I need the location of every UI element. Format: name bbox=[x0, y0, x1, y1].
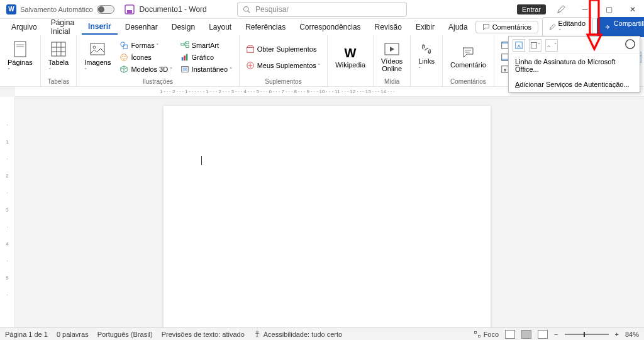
page-count[interactable]: Página 1 de 1 bbox=[5, 331, 48, 338]
vr: · bbox=[6, 224, 8, 230]
vr: 3 bbox=[6, 207, 8, 213]
links-button[interactable]: Links bbox=[416, 41, 437, 74]
tab-layout[interactable]: Layout bbox=[203, 20, 238, 34]
instantaneo-button[interactable]: Instantâneo bbox=[179, 64, 234, 74]
acc-label: Acessibilidade: tudo certo bbox=[264, 331, 342, 338]
tab-arquivo[interactable]: Arquivo bbox=[5, 20, 43, 34]
language[interactable]: Português (Brasil) bbox=[97, 331, 153, 338]
text-cursor bbox=[201, 156, 202, 165]
signature-line-option[interactable]: Linha de Assinatura do Microsoft Office.… bbox=[509, 54, 640, 77]
focus-mode[interactable]: Foco bbox=[474, 331, 499, 338]
smartart-icon bbox=[180, 41, 189, 50]
svg-rect-36 bbox=[502, 59, 509, 61]
svg-point-47 bbox=[626, 40, 635, 48]
text-predictions[interactable]: Previsões de texto: ativado bbox=[162, 331, 245, 338]
icones-button[interactable]: Ícones bbox=[118, 52, 174, 62]
wikipedia-button[interactable]: W Wikipedia bbox=[333, 45, 368, 70]
web-layout-icon[interactable] bbox=[538, 330, 548, 339]
foco-label: Foco bbox=[484, 331, 499, 338]
signin-button[interactable]: Entrar bbox=[517, 4, 546, 14]
tab-pagina-inicial[interactable]: Página Inicial bbox=[45, 16, 80, 38]
zoom-percent[interactable]: 84% bbox=[625, 331, 639, 338]
group-label-tabelas: Tabelas bbox=[46, 78, 71, 86]
svg-rect-7 bbox=[52, 42, 65, 56]
svg-rect-34 bbox=[502, 42, 509, 44]
vr: 5 bbox=[6, 275, 8, 281]
meus-suplementos-button[interactable]: Meus Suplementos bbox=[245, 60, 323, 71]
document-page[interactable] bbox=[164, 106, 491, 327]
group-label-suplementos: Suplementos bbox=[245, 78, 323, 86]
tab-desenhar[interactable]: Desenhar bbox=[119, 20, 164, 34]
tabela-button[interactable]: Tabela bbox=[46, 40, 71, 75]
editing-label: Editando bbox=[558, 20, 587, 35]
tabela-label: Tabela bbox=[48, 59, 69, 74]
cube-icon bbox=[119, 65, 128, 74]
link-icon bbox=[419, 42, 433, 56]
imagens-label: Imagens bbox=[84, 59, 111, 74]
videos-online-button[interactable]: Vídeos Online bbox=[379, 41, 405, 74]
tab-design[interactable]: Design bbox=[165, 20, 201, 34]
textbox-mini-icon[interactable]: A bbox=[513, 39, 525, 52]
smartart-button[interactable]: SmartArt bbox=[179, 40, 234, 50]
obter-suplementos-button[interactable]: Obter Suplementos bbox=[245, 44, 323, 54]
vr: 2 bbox=[6, 173, 8, 179]
pen-icon[interactable] bbox=[552, 1, 570, 18]
meus-label: Meus Suplementos bbox=[257, 62, 321, 69]
image-icon bbox=[89, 41, 106, 57]
tab-correspondencias[interactable]: Correspondências bbox=[293, 20, 367, 34]
tab-exibir[interactable]: Exibir bbox=[409, 20, 441, 34]
svg-rect-51 bbox=[478, 335, 480, 337]
annotation-arrow bbox=[585, 0, 604, 59]
modelos3d-button[interactable]: Modelos 3D bbox=[118, 64, 174, 74]
formas-button[interactable]: Formas bbox=[118, 40, 174, 50]
parts-mini-icon[interactable] bbox=[529, 39, 541, 52]
pencil-icon bbox=[549, 23, 556, 31]
save-icon[interactable] bbox=[125, 4, 135, 14]
autosave-toggle[interactable]: Salvamento Automático bbox=[20, 5, 114, 14]
comments-label: Comentários bbox=[492, 23, 531, 31]
zoom-plus[interactable]: + bbox=[615, 331, 619, 338]
title-bar: W Salvamento Automático Documento1 - Wor… bbox=[0, 0, 644, 19]
vertical-ruler[interactable]: · 1 · 2 · 3 · 4 · 5 · bbox=[0, 97, 15, 327]
zoom-slider[interactable] bbox=[565, 334, 609, 335]
svg-rect-48 bbox=[590, 0, 599, 35]
share-button[interactable]: Compartilhamento bbox=[597, 17, 644, 37]
signature-mini-icon[interactable] bbox=[545, 39, 558, 52]
links-label: Links bbox=[418, 57, 435, 72]
accessibility[interactable]: Acessibilidade: tudo certo bbox=[253, 331, 342, 338]
svg-rect-23 bbox=[184, 55, 186, 60]
tab-referencias[interactable]: Referências bbox=[239, 20, 292, 34]
vr: · bbox=[6, 122, 8, 128]
svg-rect-20 bbox=[186, 42, 188, 44]
print-layout-icon[interactable] bbox=[521, 330, 531, 339]
document-title: Documento1 - Word bbox=[140, 5, 207, 14]
svg-text:W: W bbox=[345, 46, 357, 60]
tab-ajuda[interactable]: Ajuda bbox=[442, 20, 474, 34]
read-mode-icon[interactable] bbox=[505, 330, 515, 339]
tab-revisao[interactable]: Revisão bbox=[369, 20, 408, 34]
word-count[interactable]: 0 palavras bbox=[57, 331, 89, 338]
auth-services-option[interactable]: Adicionar Serviços de Autenticação... bbox=[509, 77, 640, 92]
svg-rect-15 bbox=[124, 45, 128, 48]
search-input[interactable]: Pesquisar bbox=[237, 2, 407, 17]
comentario-button[interactable]: Comentário bbox=[448, 45, 489, 70]
paginas-button[interactable]: Páginas bbox=[5, 40, 35, 75]
chart-icon bbox=[180, 53, 189, 62]
tab-inserir[interactable]: Inserir bbox=[82, 20, 118, 35]
group-label bbox=[5, 78, 35, 86]
grafico-button[interactable]: Gráfico bbox=[179, 52, 234, 62]
toggle-icon[interactable] bbox=[97, 5, 114, 14]
comments-button[interactable]: Comentários bbox=[475, 21, 538, 33]
modelos3d-label: Modelos 3D bbox=[131, 65, 172, 73]
vr: · bbox=[6, 258, 8, 264]
vr: 4 bbox=[6, 241, 8, 247]
imagens-button[interactable]: Imagens bbox=[82, 40, 113, 75]
svg-point-49 bbox=[256, 331, 258, 332]
svg-rect-27 bbox=[247, 47, 253, 52]
zoom-minus[interactable]: − bbox=[554, 331, 558, 338]
svg-text:A: A bbox=[517, 43, 521, 48]
group-label bbox=[416, 78, 437, 86]
autosave-label: Salvamento Automático bbox=[20, 6, 93, 13]
svg-line-3 bbox=[248, 11, 250, 13]
close-button[interactable]: ✕ bbox=[624, 1, 641, 18]
